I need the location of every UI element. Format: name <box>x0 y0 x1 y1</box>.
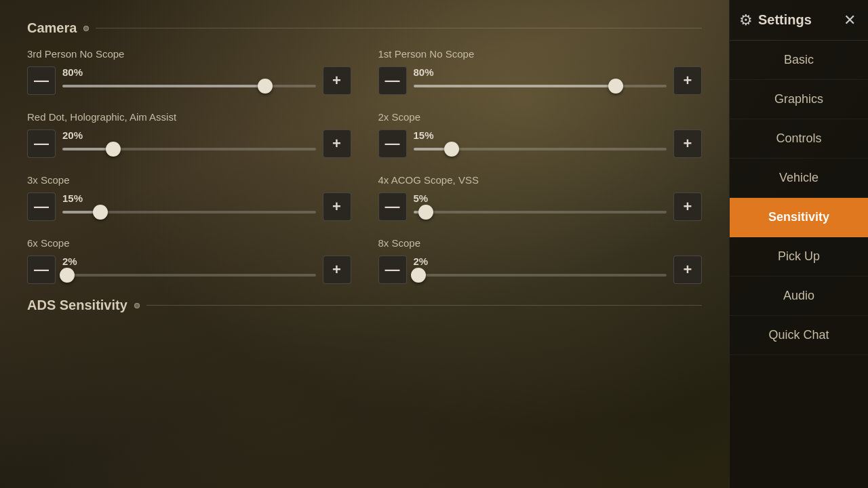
slider-row-7: — 2% + <box>378 256 703 284</box>
slider-group-third-person-no-scope: 3rd Person No Scope — 80% + <box>27 48 351 95</box>
slider-track-7 <box>414 274 667 277</box>
slider-fill-0 <box>62 85 265 87</box>
slider-value-0: 80% <box>62 66 83 78</box>
plus-btn-7[interactable]: + <box>673 256 702 284</box>
slider-value-5: 5% <box>414 192 429 204</box>
slider-value-6: 2% <box>62 256 77 267</box>
slider-track-container-1[interactable]: 80% <box>414 66 667 95</box>
slider-group-first-person-no-scope: 1st Person No Scope — 80% + <box>378 48 703 95</box>
minus-btn-1[interactable]: — <box>378 66 407 95</box>
slider-value-1: 80% <box>414 66 434 78</box>
settings-title: Settings <box>758 12 812 28</box>
camera-section-header: Camera <box>27 20 702 36</box>
slider-group-8x-scope: 8x Scope — 2% + <box>378 237 703 284</box>
camera-section-dot <box>83 26 89 31</box>
slider-track-container-2[interactable]: 20% <box>62 129 316 158</box>
plus-btn-3[interactable]: + <box>673 129 702 158</box>
sidebar-item-graphics[interactable]: Graphics <box>730 80 868 119</box>
slider-row-6: — 2% + <box>27 256 351 284</box>
plus-btn-0[interactable]: + <box>323 66 351 95</box>
slider-track-container-4[interactable]: 15% <box>62 192 316 221</box>
settings-title-row: ⚙ Settings <box>739 12 812 29</box>
ads-section-title: ADS Sensitivity <box>27 298 127 313</box>
sidebar-item-vehicle[interactable]: Vehicle <box>730 159 868 198</box>
slider-row-1: — 80% + <box>378 66 703 95</box>
slider-label-2: Red Dot, Holographic, Aim Assist <box>27 111 351 123</box>
sidebar-item-sensitivity[interactable]: Sensitivity <box>730 198 868 237</box>
minus-btn-3[interactable]: — <box>378 129 407 158</box>
sidebar-item-basic[interactable]: Basic <box>730 41 868 80</box>
slider-track-3 <box>414 148 667 150</box>
slider-label-0: 3rd Person No Scope <box>27 48 351 60</box>
sidebar-item-audio[interactable]: Audio <box>730 277 868 316</box>
slider-thumb-0[interactable] <box>258 79 273 94</box>
ads-dot <box>134 303 140 308</box>
minus-btn-4[interactable]: — <box>27 192 56 221</box>
camera-section-line <box>96 28 702 28</box>
slider-fill-1 <box>414 85 616 87</box>
plus-btn-6[interactable]: + <box>323 256 351 284</box>
minus-btn-0[interactable]: — <box>27 66 56 95</box>
slider-thumb-4[interactable] <box>93 205 108 220</box>
minus-btn-2[interactable]: — <box>27 129 56 158</box>
slider-track-5 <box>414 211 667 214</box>
plus-btn-1[interactable]: + <box>673 66 702 95</box>
slider-track-6 <box>62 274 316 277</box>
slider-track-2 <box>62 148 316 150</box>
slider-thumb-7[interactable] <box>411 268 426 283</box>
settings-header: ⚙ Settings ✕ <box>730 0 868 41</box>
slider-group-2x-scope: 2x Scope — 15% + <box>378 111 703 158</box>
slider-label-7: 8x Scope <box>378 237 703 249</box>
slider-label-5: 4x ACOG Scope, VSS <box>378 174 703 186</box>
slider-label-1: 1st Person No Scope <box>378 48 703 60</box>
main-content: Camera 3rd Person No Scope — 80% + 1st <box>0 0 729 488</box>
slider-label-6: 6x Scope <box>27 237 351 249</box>
slider-track-container-3[interactable]: 15% <box>414 129 667 158</box>
slider-row-5: — 5% + <box>378 192 703 221</box>
slider-group-6x-scope: 6x Scope — 2% + <box>27 237 351 284</box>
slider-thumb-2[interactable] <box>106 142 121 157</box>
slider-group-3x-scope: 3x Scope — 15% + <box>27 174 351 221</box>
slider-group-4x-acog: 4x ACOG Scope, VSS — 5% + <box>378 174 703 221</box>
slider-thumb-5[interactable] <box>418 205 433 220</box>
slider-track-1 <box>414 85 667 87</box>
gear-icon: ⚙ <box>739 12 753 29</box>
slider-row-2: — 20% + <box>27 129 351 158</box>
slider-label-3: 2x Scope <box>378 111 703 123</box>
slider-group-red-dot: Red Dot, Holographic, Aim Assist — 20% + <box>27 111 351 158</box>
slider-value-7: 2% <box>414 256 429 267</box>
sidebar-item-pickup[interactable]: Pick Up <box>730 237 868 277</box>
slider-row-3: — 15% + <box>378 129 703 158</box>
slider-track-4 <box>62 211 316 214</box>
slider-row-0: — 80% + <box>27 66 351 95</box>
sidebar-item-quickchat[interactable]: Quick Chat <box>730 316 868 355</box>
slider-track-container-0[interactable]: 80% <box>62 66 316 95</box>
ads-section: ADS Sensitivity <box>27 298 702 313</box>
slider-row-4: — 15% + <box>27 192 351 221</box>
sidebar: ⚙ Settings ✕ Basic Graphics Controls Veh… <box>729 0 868 488</box>
slider-thumb-3[interactable] <box>444 142 459 157</box>
plus-btn-5[interactable]: + <box>673 192 702 221</box>
slider-track-0 <box>62 85 316 87</box>
minus-btn-7[interactable]: — <box>378 256 407 284</box>
minus-btn-6[interactable]: — <box>27 256 56 284</box>
plus-btn-4[interactable]: + <box>323 192 351 221</box>
slider-value-2: 20% <box>62 129 83 141</box>
close-button[interactable]: ✕ <box>841 9 859 32</box>
slider-thumb-1[interactable] <box>608 79 623 94</box>
slider-thumb-6[interactable] <box>60 268 75 283</box>
camera-sliders-grid: 3rd Person No Scope — 80% + 1st Person N… <box>27 48 702 284</box>
slider-value-3: 15% <box>414 129 434 141</box>
slider-track-container-7[interactable]: 2% <box>414 256 667 284</box>
minus-btn-5[interactable]: — <box>378 192 407 221</box>
camera-section-title: Camera <box>27 20 77 36</box>
ads-header: ADS Sensitivity <box>27 298 702 313</box>
sidebar-item-controls[interactable]: Controls <box>730 119 868 159</box>
slider-track-container-6[interactable]: 2% <box>62 256 316 284</box>
plus-btn-2[interactable]: + <box>323 129 351 158</box>
slider-value-4: 15% <box>62 192 83 204</box>
ads-line <box>146 305 702 306</box>
slider-label-4: 3x Scope <box>27 174 351 186</box>
slider-track-container-5[interactable]: 5% <box>414 192 667 221</box>
